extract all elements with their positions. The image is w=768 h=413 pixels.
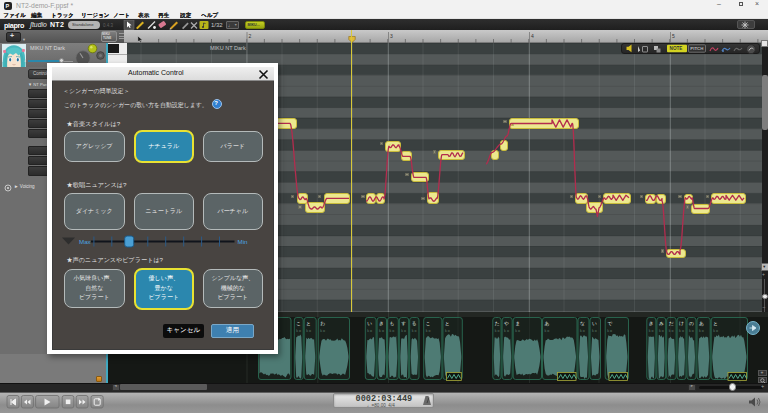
svg-text:や: や (504, 321, 509, 326)
svg-text:ま: ま (515, 321, 520, 326)
svg-text:k o: k o (679, 329, 684, 333)
svg-text:k o: k o (592, 329, 597, 333)
svg-text:k o: k o (699, 329, 704, 333)
svg-text:k o: k o (649, 329, 654, 333)
svg-text:k o: k o (659, 329, 664, 333)
svg-text:こ: こ (296, 321, 301, 326)
svg-text:と: と (713, 321, 718, 326)
svg-text:み: み (659, 321, 664, 326)
svg-text:k o: k o (306, 329, 311, 333)
svg-text:い: い (592, 321, 597, 326)
svg-text:k o: k o (390, 329, 395, 333)
svg-text:な: な (580, 321, 585, 326)
svg-text:k o: k o (401, 329, 406, 333)
svg-text:k o: k o (504, 329, 509, 333)
svg-text:い: い (367, 321, 372, 326)
svg-text:k o: k o (379, 329, 384, 333)
svg-text:す: す (401, 321, 406, 326)
svg-text:き: き (379, 321, 384, 326)
svg-text:Max: Max (79, 238, 92, 245)
svg-text:k o: k o (689, 329, 694, 333)
svg-text:k o: k o (296, 329, 301, 333)
svg-text:わ: わ (320, 321, 325, 326)
svg-text:こ: こ (426, 321, 431, 326)
svg-text:k o: k o (445, 329, 450, 333)
svg-text:k o: k o (320, 329, 325, 333)
svg-text:k o: k o (607, 329, 612, 333)
svg-text:と: と (445, 321, 450, 326)
svg-text:き: き (649, 321, 654, 326)
svg-text:k o: k o (495, 329, 500, 333)
svg-text:k o: k o (545, 329, 550, 333)
svg-text:k o: k o (412, 329, 417, 333)
svg-text:る: る (412, 321, 417, 326)
svg-text:も: も (390, 321, 395, 326)
svg-text:k o: k o (367, 329, 372, 333)
svg-text:k o: k o (713, 329, 718, 333)
svg-text:け: け (679, 321, 684, 326)
svg-text:と: と (306, 321, 311, 326)
svg-text:k o: k o (580, 329, 585, 333)
svg-text:の: の (689, 321, 694, 326)
svg-text:k o: k o (669, 329, 674, 333)
svg-text:Min: Min (238, 238, 249, 245)
svg-text:で: で (607, 321, 612, 326)
svg-text:k o: k o (515, 329, 520, 333)
svg-text:k o: k o (426, 329, 431, 333)
